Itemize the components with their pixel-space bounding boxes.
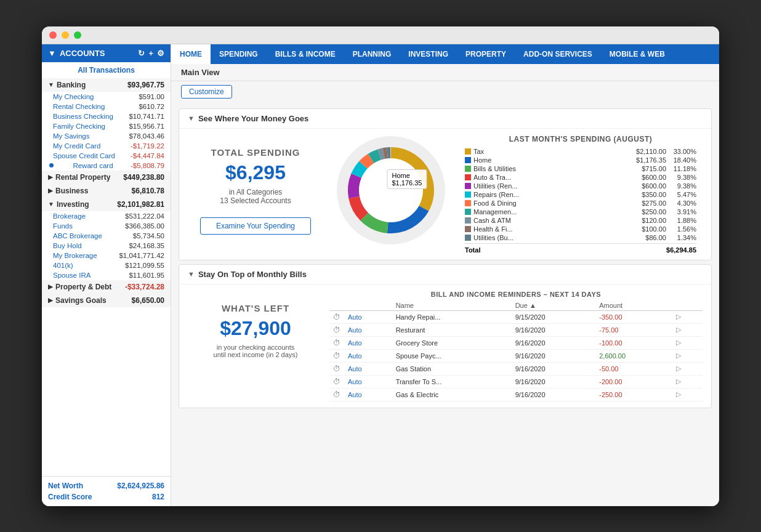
sidebar-dropdown-icon[interactable]: ▼: [48, 49, 56, 58]
sidebar-group-4[interactable]: ▶ Property & Debt-$33,724.28: [42, 280, 171, 294]
row-type-3[interactable]: Auto: [344, 349, 392, 362]
legend-name-7: Managemen...: [473, 208, 624, 216]
legend-amount-3: $600.00: [626, 174, 666, 181]
nav-item-mobile---web[interactable]: MOBILE & WEB: [601, 44, 674, 64]
sidebar-group-1[interactable]: ▶ Rental Property$449,238.80: [42, 171, 171, 184]
col-due[interactable]: Due ▲: [512, 300, 596, 311]
minimize-dot[interactable]: [62, 31, 69, 39]
col-name: Name: [392, 300, 512, 311]
nav-item-investing[interactable]: INVESTING: [400, 44, 457, 64]
window-chrome: [42, 26, 719, 44]
refresh-icon[interactable]: ↻: [138, 49, 145, 58]
sidebar-group-3[interactable]: ▼ Investing$2,101,982.81: [42, 198, 171, 211]
row-arrow-icon-2[interactable]: ▷: [671, 336, 686, 349]
legend-pct-9: 1.56%: [669, 225, 696, 233]
nav-bar: HOMESPENDINGBILLS & INCOMEPLANNINGINVEST…: [171, 44, 719, 64]
row-arrow-icon-4[interactable]: ▷: [671, 362, 686, 375]
sidebar-item-0-2[interactable]: Business Checking$10,741.71: [42, 111, 171, 121]
account-name: Funds: [53, 222, 73, 230]
nav-item-home[interactable]: HOME: [171, 44, 211, 64]
bills-table-header: Name Due ▲ Amount: [329, 300, 703, 311]
account-name: Brokerage: [53, 212, 86, 220]
bills-body: WHAT'S LEFT $27,900 in your checking acc…: [179, 284, 711, 408]
sidebar-item-0-6[interactable]: Spouse Credit Card-$4,447.84: [42, 151, 171, 161]
row-arrow-icon-5[interactable]: ▷: [671, 375, 686, 388]
spending-section-header[interactable]: ▼ See Where Your Money Goes: [179, 109, 711, 129]
group-amount-1: $449,238.80: [123, 173, 164, 182]
legend-name-8: Cash & ATM: [473, 217, 624, 224]
sidebar-item-3-2[interactable]: ABC Brokerage$5,734.50: [42, 231, 171, 241]
customize-button[interactable]: Customize: [181, 85, 232, 99]
sidebar-item-0-7[interactable]: Reward card-$5,808.79: [42, 161, 171, 171]
row-due-2: 9/16/2020: [512, 336, 596, 349]
spending-total: TOTAL SPENDING $6,295 in All Categories …: [188, 135, 323, 247]
row-arrow-icon-1[interactable]: ▷: [671, 323, 686, 336]
account-name: My Savings: [53, 132, 89, 140]
group-name-5: ▶ Savings Goals: [48, 296, 107, 305]
account-amount: $10,741.71: [129, 113, 164, 120]
row-type-4[interactable]: Auto: [344, 362, 392, 375]
account-name: My Credit Card: [53, 142, 100, 150]
sidebar-group-5[interactable]: ▶ Savings Goals$6,650.00: [42, 294, 171, 307]
row-type-5[interactable]: Auto: [344, 375, 392, 388]
group-amount-4: -$33,724.28: [125, 283, 164, 291]
row-arrow-icon-3[interactable]: ▷: [671, 349, 686, 362]
settings-icon[interactable]: ⚙: [157, 49, 164, 58]
sidebar-item-3-5[interactable]: 401(k)$121,099.55: [42, 260, 171, 270]
sidebar-item-3-6[interactable]: Spouse IRA$11,601.95: [42, 270, 171, 280]
row-arrow-icon-0[interactable]: ▷: [671, 310, 686, 323]
bills-section-header[interactable]: ▼ Stay On Top of Monthly Bills: [179, 265, 711, 284]
nav-item-planning[interactable]: PLANNING: [344, 44, 400, 64]
row-type-6[interactable]: Auto: [344, 388, 392, 401]
sidebar-item-3-4[interactable]: My Brokerage$1,041,771.42: [42, 251, 171, 260]
credit-score-row: Credit Score 812: [48, 491, 164, 502]
account-amount: $24,168.35: [129, 242, 164, 249]
sidebar-item-3-0[interactable]: Brokerage$531,222.04: [42, 211, 171, 221]
sidebar-group-2[interactable]: ▶ Business$6,810.78: [42, 184, 171, 198]
nav-item-property[interactable]: PROPERTY: [457, 44, 515, 64]
nav-item-bills---income[interactable]: BILLS & INCOME: [267, 44, 344, 64]
clock-icon-1: ⏱: [329, 323, 344, 336]
sidebar-item-3-3[interactable]: Buy Hold$24,168.35: [42, 241, 171, 251]
legend-color-5: [465, 191, 471, 198]
col-icon1: [329, 300, 344, 311]
sidebar-item-0-4[interactable]: My Savings$78,043.46: [42, 131, 171, 141]
legend-name-1: Home: [473, 156, 624, 164]
total-spending-label: TOTAL SPENDING: [194, 147, 317, 158]
legend-color-9: [465, 226, 471, 232]
maximize-dot[interactable]: [74, 31, 81, 39]
row-type-2[interactable]: Auto: [344, 336, 392, 349]
account-amount: $11,601.95: [129, 272, 164, 279]
row-arrow-icon-6[interactable]: ▷: [671, 388, 686, 401]
net-worth-row: Net Worth $2,624,925.86: [48, 480, 164, 491]
donut-svg: [336, 135, 446, 246]
nav-item-add-on-services[interactable]: ADD-ON SERVICES: [515, 44, 601, 64]
account-amount: $5,734.50: [133, 232, 164, 240]
sidebar-item-0-3[interactable]: Family Checking$15,956.71: [42, 121, 171, 131]
legend-pct-3: 9.38%: [669, 174, 696, 181]
sidebar-item-0-1[interactable]: Rental Checking$610.72: [42, 102, 171, 111]
legend-pct-1: 18.40%: [669, 156, 696, 164]
legend-row-9: Health & Fi...$100.001.56%: [465, 225, 696, 233]
examine-spending-button[interactable]: Examine Your Spending: [200, 217, 311, 235]
bills-table: Name Due ▲ Amount ⏱ Auto Handy Repai: [329, 300, 703, 401]
row-amount-0: -350.00: [595, 310, 671, 323]
sidebar-groups: ▼ Banking$93,967.75My Checking$591.00Ren…: [42, 78, 171, 307]
account-amount: $531,222.04: [125, 212, 164, 220]
row-type-0[interactable]: Auto: [344, 310, 392, 323]
legend-total-label: Total: [465, 246, 656, 254]
add-account-icon[interactable]: +: [148, 49, 153, 58]
sidebar-item-3-1[interactable]: Funds$366,385.00: [42, 221, 171, 231]
legend-scroll[interactable]: Tax$2,110.0033.00%Home$1,176.3518.40%Bil…: [465, 147, 696, 242]
credit-score-label: Credit Score: [48, 493, 92, 501]
sidebar-item-0-5[interactable]: My Credit Card-$1,719.22: [42, 141, 171, 151]
all-transactions-link[interactable]: All Transactions: [42, 62, 171, 78]
row-name-5: Transfer To S...: [392, 375, 512, 388]
row-type-1[interactable]: Auto: [344, 323, 392, 336]
nav-item-spending[interactable]: SPENDING: [211, 44, 267, 64]
sidebar-item-0-0[interactable]: My Checking$591.00: [42, 92, 171, 102]
group-amount-2: $6,810.78: [132, 187, 164, 195]
bills-chevron: ▼: [188, 270, 195, 278]
sidebar-group-0[interactable]: ▼ Banking$93,967.75: [42, 78, 171, 92]
close-dot[interactable]: [49, 31, 57, 39]
